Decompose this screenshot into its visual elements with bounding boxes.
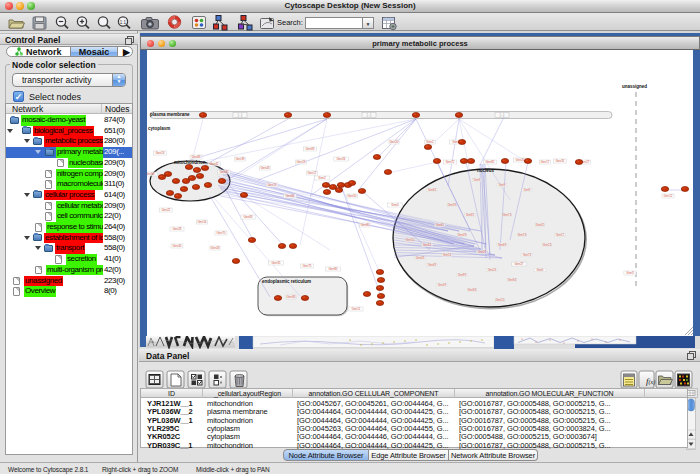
svg-text:Gen22: Gen22	[161, 208, 170, 212]
svg-text:Gen17: Gen17	[540, 160, 549, 164]
svg-text:Gen20: Gen20	[389, 140, 398, 144]
svg-text:Gen69: Gen69	[498, 243, 507, 247]
svg-text:Gen80: Gen80	[360, 223, 369, 227]
svg-text:Gen48: Gen48	[416, 256, 425, 260]
svg-text:Gen0: Gen0	[537, 268, 544, 272]
svg-text:Gen26: Gen26	[336, 157, 345, 161]
svg-text:Gen72: Gen72	[445, 160, 454, 164]
svg-text:Gen84: Gen84	[423, 243, 432, 247]
svg-text:Gen43: Gen43	[260, 166, 269, 170]
svg-text:endoplasmic reticulum: endoplasmic reticulum	[262, 279, 311, 284]
svg-text:Gen9: Gen9	[524, 188, 531, 192]
svg-text:Gen49: Gen49	[438, 283, 447, 287]
svg-text:Gen26: Gen26	[478, 250, 487, 254]
svg-text:Gen31: Gen31	[555, 159, 564, 163]
svg-text:Gen9: Gen9	[499, 183, 506, 187]
svg-text:Gen27: Gen27	[514, 262, 523, 266]
svg-text:plasma membrane: plasma membrane	[150, 112, 190, 117]
svg-text:Gen42: Gen42	[209, 162, 218, 166]
svg-text:Gen50: Gen50	[406, 238, 415, 242]
svg-text:Gen63: Gen63	[243, 215, 252, 219]
svg-text:Gen70: Gen70	[216, 231, 225, 235]
svg-text:Gen24: Gen24	[543, 243, 552, 247]
svg-text:Gen84: Gen84	[508, 278, 517, 282]
svg-text:Gen45: Gen45	[172, 244, 181, 248]
svg-text:Gen80: Gen80	[328, 267, 337, 271]
svg-text:Gen3: Gen3	[626, 271, 634, 275]
svg-text:Gen28: Gen28	[172, 227, 181, 231]
svg-text:Gen12: Gen12	[663, 194, 672, 198]
svg-text:Gen89: Gen89	[191, 155, 200, 159]
svg-text:Gen20: Gen20	[515, 158, 524, 162]
svg-text:Gen89: Gen89	[458, 273, 467, 277]
svg-text:Gen2: Gen2	[318, 176, 326, 180]
svg-text:[...]: [...]	[500, 113, 505, 117]
svg-text:Gen2: Gen2	[426, 140, 434, 144]
svg-text:Gen19: Gen19	[518, 233, 527, 237]
svg-text:Gen54: Gen54	[443, 253, 452, 257]
svg-text:Gen9: Gen9	[474, 178, 481, 182]
svg-text:Gen16: Gen16	[197, 220, 206, 224]
svg-text:Gen45: Gen45	[536, 223, 545, 227]
svg-text:Gen39: Gen39	[448, 203, 457, 207]
svg-text:Gen75: Gen75	[302, 264, 311, 268]
svg-text:Gen43: Gen43	[210, 246, 219, 250]
svg-text:1:1: 1:1	[120, 20, 127, 25]
svg-text:Gen84: Gen84	[468, 288, 477, 292]
svg-text:Gen30: Gen30	[219, 170, 228, 174]
svg-text:Gen84: Gen84	[286, 295, 295, 299]
svg-text:[...]: [...]	[367, 113, 372, 117]
svg-text:Gen19: Gen19	[267, 183, 276, 187]
svg-text:Gen20: Gen20	[496, 298, 505, 302]
svg-text:Gen69: Gen69	[305, 147, 314, 151]
svg-text:Gen15: Gen15	[556, 233, 565, 237]
svg-text:Gen74: Gen74	[503, 213, 512, 217]
svg-text:Gen50: Gen50	[347, 194, 356, 198]
svg-text:Gen82: Gen82	[485, 160, 494, 164]
svg-text:Gen65: Gen65	[436, 223, 445, 227]
svg-text:Gen13: Gen13	[155, 151, 164, 155]
svg-text:mitochondrion: mitochondrion	[174, 160, 206, 165]
svg-text:Gen64: Gen64	[428, 188, 437, 192]
svg-text:nucleus: nucleus	[477, 168, 495, 173]
svg-text:Gen66: Gen66	[285, 194, 294, 198]
svg-text:Gen17: Gen17	[307, 171, 316, 175]
svg-text:Gen11: Gen11	[352, 307, 361, 311]
svg-text:Gen24: Gen24	[488, 268, 497, 272]
svg-text:Gen35: Gen35	[271, 261, 280, 265]
svg-text:unassigned: unassigned	[622, 84, 647, 89]
svg-text:Gen49: Gen49	[458, 233, 467, 237]
svg-text:[...]: [...]	[238, 113, 243, 117]
svg-text:Gen19: Gen19	[296, 160, 305, 164]
svg-text:Gen39: Gen39	[235, 157, 244, 161]
svg-text:cytoplasm: cytoplasm	[148, 126, 170, 131]
svg-text:Gen54: Gen54	[147, 172, 155, 176]
svg-text:Gen85: Gen85	[466, 213, 475, 217]
svg-text:Gen0: Gen0	[391, 203, 399, 207]
svg-text:Gen49: Gen49	[428, 263, 437, 267]
svg-text:Gen74: Gen74	[523, 253, 532, 257]
